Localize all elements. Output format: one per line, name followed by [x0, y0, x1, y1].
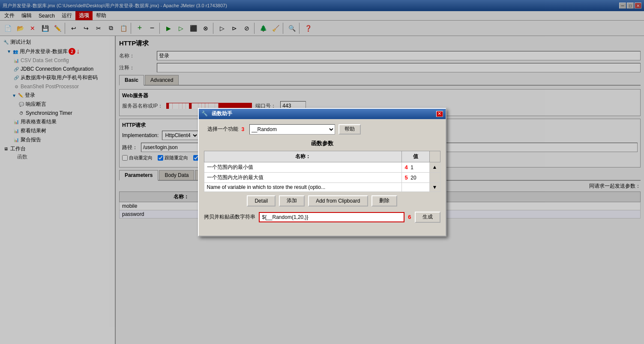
modal-bottom-row: 拷贝并粘贴函数字符串 6 生成: [204, 212, 440, 223]
step-badge-5: 5: [404, 174, 407, 181]
modal-function-helper: 🔧 函数助手 ✕ 选择一个功能 3 __Random 帮助 函数参数: [198, 108, 446, 236]
modal-overlay: 🔧 函数助手 ✕ 选择一个功能 3 __Random 帮助 函数参数: [0, 0, 644, 344]
add-from-clipboard-button[interactable]: Add from Clipboard: [308, 195, 368, 206]
modal-param-val-0: 1: [410, 165, 413, 171]
modal-scroll-1: [429, 172, 440, 182]
modal-params-table: 名称： 值 一个范围内的最小值 4 1 ▲: [204, 151, 440, 192]
function-select[interactable]: __Random: [249, 124, 335, 135]
modal-param-row-1: 一个范围内允许的最大值 5 20: [204, 172, 440, 182]
modal-param-name-text-1: 一个范围内允许的最大值: [207, 174, 264, 180]
modal-param-name-2: Name of variable in which to store the r…: [204, 182, 402, 191]
modal-close-button[interactable]: ✕: [436, 111, 443, 117]
result-input[interactable]: [259, 212, 405, 222]
select-function-label: 选择一个功能: [204, 126, 238, 133]
modal-scroll-2: ▼: [429, 182, 440, 191]
modal-icon: 🔧: [201, 111, 208, 117]
modal-param-name-0: 一个范围内的最小值: [204, 162, 402, 172]
modal-param-value-2: [402, 182, 429, 191]
modal-param-row-0: 一个范围内的最小值 4 1 ▲: [204, 162, 440, 172]
add-button[interactable]: 添加: [279, 195, 305, 206]
step-badge-4: 4: [404, 164, 407, 171]
params-section-title: 函数参数: [204, 140, 440, 147]
detail-button[interactable]: Detail: [247, 195, 276, 206]
modal-scrollbar-header: [429, 151, 440, 162]
modal-param-name-text-2: Name of variable in which to store the r…: [207, 184, 326, 190]
function-selector-row: 选择一个功能 3 __Random 帮助: [204, 124, 440, 135]
modal-title-bar: 🔧 函数助手 ✕: [199, 109, 446, 119]
modal-param-name-1: 一个范围内允许的最大值: [204, 172, 402, 182]
modal-scroll-0: ▲: [429, 162, 440, 172]
step-badge-3: 3: [242, 126, 245, 132]
modal-param-name-text-0: 一个范围内的最小值: [207, 164, 253, 170]
modal-title-text: 函数助手: [212, 111, 232, 117]
modal-param-val-1: 20: [410, 175, 416, 181]
modal-params-header-name: 名称：: [204, 151, 402, 162]
generate-button[interactable]: 生成: [415, 212, 440, 223]
help-button[interactable]: 帮助: [338, 124, 361, 135]
modal-param-value-1: 5 20: [402, 172, 429, 182]
delete-button[interactable]: 删除: [371, 195, 397, 206]
step-badge-6: 6: [408, 214, 411, 220]
result-label: 拷贝并粘贴函数字符串: [204, 213, 255, 221]
modal-action-row: Detail 添加 Add from Clipboard 删除: [204, 195, 440, 206]
modal-params-header-value: 值: [402, 151, 429, 162]
modal-param-row-2: Name of variable in which to store the r…: [204, 182, 440, 191]
modal-title: 🔧 函数助手: [201, 110, 232, 117]
modal-body: 选择一个功能 3 __Random 帮助 函数参数 名称： 值: [199, 119, 446, 228]
modal-param-value-0: 4 1: [402, 162, 429, 172]
